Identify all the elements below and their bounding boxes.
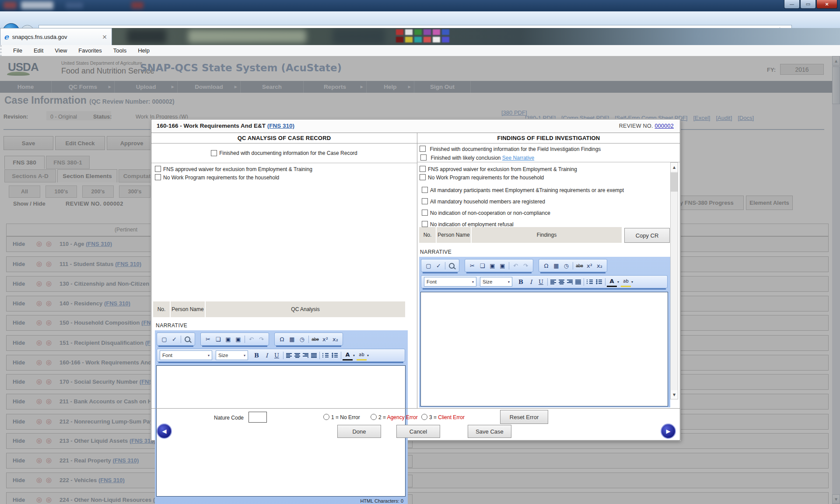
fi-checkbox[interactable] <box>422 198 428 204</box>
ordered-list-icon[interactable] <box>322 353 329 358</box>
paste-icon[interactable]: ▣ <box>223 335 233 344</box>
cut-icon[interactable]: ✂ <box>467 261 477 270</box>
cr-checkbox[interactable] <box>155 174 161 180</box>
fi-checkbox[interactable] <box>422 210 428 216</box>
done-button[interactable]: Done <box>337 425 381 438</box>
size-select[interactable]: Size▾ <box>480 277 512 287</box>
find-icon[interactable] <box>182 335 192 344</box>
menu-edit[interactable]: Edit <box>34 47 43 54</box>
special-character-icon[interactable]: Ω <box>541 261 551 270</box>
bold-icon[interactable]: B <box>252 351 262 360</box>
reset-error-button[interactable]: Reset Error <box>500 410 548 424</box>
tab-close-icon[interactable]: × <box>102 33 107 40</box>
scroll-down-icon[interactable]: ▼ <box>671 390 678 399</box>
browser-tab[interactable]: e snapqcs.fns.usda.gov × <box>0 28 112 45</box>
italic-icon[interactable]: I <box>262 351 272 360</box>
radio-icon[interactable] <box>421 414 427 420</box>
menu-view[interactable]: View <box>55 47 67 54</box>
underline-icon[interactable]: U <box>272 351 282 360</box>
undo-icon[interactable]: ↶ <box>511 261 521 270</box>
maximize-button[interactable]: ▭ <box>800 0 816 9</box>
italic-icon[interactable]: I <box>526 277 536 287</box>
copy-icon[interactable]: ❏ <box>213 335 223 344</box>
strikethrough-icon[interactable]: abe <box>574 261 584 270</box>
radio-client-error[interactable]: 3 = Client Error <box>421 414 465 420</box>
highlight-icon[interactable]: ab <box>357 350 367 360</box>
bullet-list-icon[interactable] <box>332 353 338 358</box>
strikethrough-icon[interactable]: abe <box>310 335 320 344</box>
align-left-icon[interactable] <box>286 353 292 358</box>
fns-310-link[interactable]: (FNS 310) <box>267 122 294 129</box>
font-select[interactable]: Font▾ <box>424 277 476 287</box>
cr-checkbox[interactable] <box>155 166 161 172</box>
scrollbar-thumb[interactable] <box>671 172 678 192</box>
insert-time-icon[interactable]: ◷ <box>561 261 571 270</box>
paste-icon[interactable]: ▣ <box>487 261 497 270</box>
radio-icon[interactable] <box>323 414 329 420</box>
radio-agency-error[interactable]: 2 = Agency Error <box>371 414 418 420</box>
radio-no-error[interactable]: 1 = No Error <box>323 414 360 420</box>
align-center-icon[interactable] <box>559 280 564 284</box>
chevron-down-icon[interactable]: ▾ <box>631 280 633 284</box>
close-button[interactable]: × <box>816 0 837 9</box>
paste-word-icon[interactable]: ▣ <box>233 335 243 344</box>
subscript-icon[interactable]: x₂ <box>330 335 340 344</box>
spell-check-icon[interactable]: ✓ <box>169 335 179 344</box>
subscript-icon[interactable]: x₂ <box>595 261 605 270</box>
copy-cr-button[interactable]: Copy CR <box>624 228 670 243</box>
align-right-icon[interactable] <box>303 353 308 358</box>
align-right-icon[interactable] <box>567 280 573 284</box>
bold-icon[interactable]: B <box>516 277 526 287</box>
bullet-list-icon[interactable] <box>596 279 602 284</box>
next-element-button[interactable]: ▶ <box>661 424 676 439</box>
chevron-down-icon[interactable]: ▾ <box>367 354 369 357</box>
minimize-button[interactable]: — <box>784 0 800 9</box>
fi-checkbox[interactable] <box>420 166 426 172</box>
new-document-icon[interactable]: ▢ <box>159 335 169 344</box>
previous-element-button[interactable]: ◀ <box>157 424 172 439</box>
fi-checkbox[interactable] <box>420 174 426 180</box>
chevron-down-icon[interactable]: ▾ <box>617 280 619 284</box>
spell-check-icon[interactable]: ✓ <box>434 261 444 270</box>
nature-code-input[interactable] <box>248 412 267 423</box>
insert-date-icon[interactable]: ▦ <box>551 261 561 270</box>
font-select[interactable]: Font▾ <box>160 350 212 360</box>
redo-icon[interactable]: ↷ <box>256 335 266 344</box>
menu-favorites[interactable]: Favorites <box>78 47 102 54</box>
cr-finished-checkbox[interactable] <box>211 150 217 156</box>
redo-icon[interactable]: ↷ <box>521 261 531 270</box>
chevron-down-icon[interactable]: ▾ <box>353 354 355 357</box>
scroll-up-icon[interactable]: ▲ <box>671 163 678 172</box>
copy-icon[interactable]: ❏ <box>477 261 487 270</box>
cut-icon[interactable]: ✂ <box>203 335 213 344</box>
align-justify-icon[interactable] <box>575 280 581 284</box>
findings-panel-scrollbar[interactable]: ▲ ▼ <box>670 162 678 399</box>
align-justify-icon[interactable] <box>311 353 317 358</box>
insert-time-icon[interactable]: ◷ <box>297 335 307 344</box>
underline-icon[interactable]: U <box>536 277 546 287</box>
fi-narrative-textarea[interactable] <box>420 292 668 406</box>
insert-date-icon[interactable]: ▦ <box>287 335 297 344</box>
align-left-icon[interactable] <box>550 280 556 284</box>
save-case-button[interactable]: Save Case <box>468 425 511 438</box>
size-select[interactable]: Size▾ <box>216 350 248 360</box>
menu-file[interactable]: File <box>13 47 22 54</box>
fi-checkbox[interactable] <box>422 187 428 193</box>
ordered-list-icon[interactable] <box>587 279 593 284</box>
superscript-icon[interactable]: x² <box>320 335 330 344</box>
find-icon[interactable] <box>447 261 457 270</box>
undo-icon[interactable]: ↶ <box>246 335 256 344</box>
paste-word-icon[interactable]: ▣ <box>497 261 508 270</box>
superscript-icon[interactable]: x² <box>584 261 595 270</box>
fi-checkbox[interactable] <box>422 221 428 227</box>
radio-icon[interactable] <box>371 414 377 420</box>
menu-tools[interactable]: Tools <box>113 47 126 54</box>
highlight-icon[interactable]: ab <box>621 276 631 287</box>
review-number-link[interactable]: 000002 <box>654 123 674 129</box>
menu-help[interactable]: Help <box>138 47 150 54</box>
cancel-button[interactable]: Cancel <box>396 425 440 438</box>
special-character-icon[interactable]: Ω <box>277 335 287 344</box>
align-center-icon[interactable] <box>294 353 300 358</box>
font-color-icon[interactable]: A <box>607 276 617 287</box>
font-color-icon[interactable]: A <box>343 350 353 360</box>
